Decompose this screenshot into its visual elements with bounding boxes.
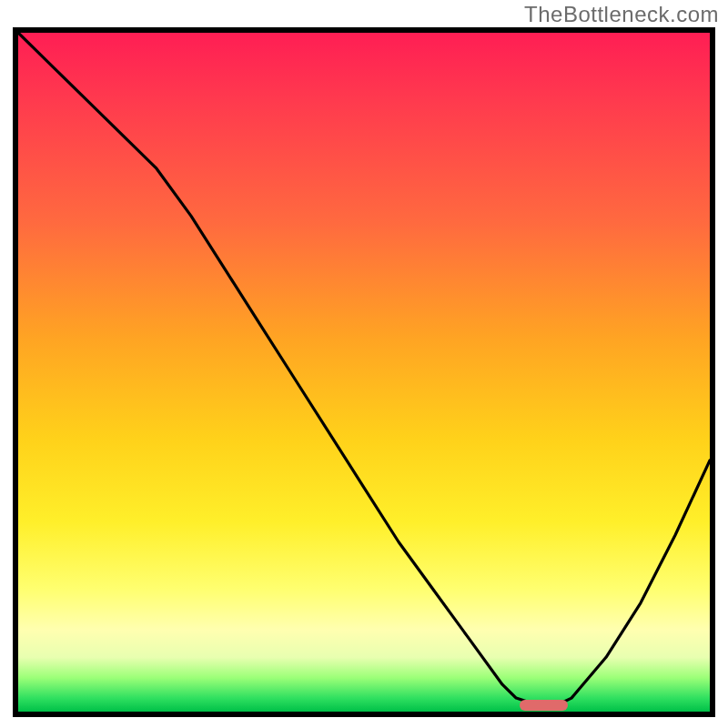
bottleneck-curve	[18, 33, 710, 712]
plot-area	[13, 27, 715, 717]
chart-frame: TheBottleneck.com	[0, 0, 728, 728]
watermark-text: TheBottleneck.com	[524, 2, 719, 27]
highlight-marker	[520, 700, 568, 711]
